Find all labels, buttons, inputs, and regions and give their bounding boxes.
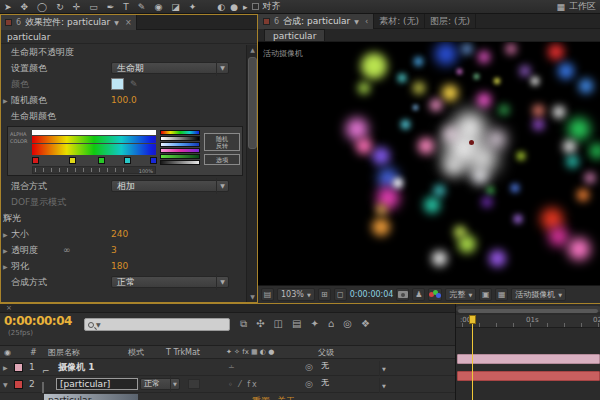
composition-viewport[interactable]: 活动摄像机 bbox=[258, 42, 600, 285]
gradient-preset-4[interactable] bbox=[160, 154, 200, 159]
scroll-up-icon[interactable]: ▲ bbox=[247, 45, 258, 55]
label-color-swatch[interactable] bbox=[14, 363, 23, 372]
eyedropper-icon[interactable]: ✎ bbox=[130, 76, 138, 92]
gradient-alpha-bar[interactable] bbox=[32, 130, 156, 135]
gradient-preset-1[interactable] bbox=[160, 136, 200, 141]
effect-reset-link[interactable]: 重置 bbox=[252, 393, 270, 400]
hand-tool-icon[interactable]: ✥ bbox=[21, 1, 29, 13]
timeline-icon-6[interactable]: ◎ bbox=[343, 318, 352, 330]
snap-icon-2[interactable]: ▸ bbox=[243, 1, 248, 13]
clone-stamp-tool-icon[interactable]: ◉ bbox=[154, 1, 162, 13]
parent-dropdown[interactable]: 无▼ bbox=[318, 378, 388, 390]
time-navigator[interactable] bbox=[456, 306, 600, 312]
tab-menu-caret-icon[interactable]: ▼ bbox=[354, 18, 359, 25]
pan-behind-tool-icon[interactable]: ✛ bbox=[73, 1, 81, 13]
gradient-stop[interactable] bbox=[32, 157, 39, 164]
timeline-icon-4[interactable]: ✦ bbox=[310, 318, 318, 330]
show-snapshot-icon[interactable]: ♟ bbox=[412, 288, 425, 301]
snap-checkbox[interactable] bbox=[252, 3, 259, 10]
layer-name[interactable]: 摄像机 1 bbox=[58, 359, 94, 376]
layer-duration-bar-2[interactable] bbox=[457, 371, 600, 381]
orbit-camera-tool-icon[interactable]: ↻ bbox=[56, 1, 64, 13]
shape-tool-icon[interactable]: ▭ bbox=[89, 1, 98, 13]
brush-tool-icon[interactable]: ✎ bbox=[138, 1, 146, 13]
parent-pickwhip-icon[interactable]: ◎ bbox=[305, 359, 313, 376]
parent-dropdown[interactable]: 无▼ bbox=[318, 361, 388, 373]
effect-name-selected[interactable]: particular bbox=[44, 394, 138, 400]
zoom-tool-icon[interactable]: ◯ bbox=[37, 1, 47, 13]
current-time-indicator[interactable] bbox=[472, 315, 473, 400]
pen-tool-icon[interactable]: ✒ bbox=[107, 1, 115, 13]
selection-tool-icon[interactable]: ➤ bbox=[4, 1, 12, 13]
snap-icon-1[interactable]: ● bbox=[230, 1, 238, 13]
gradient-stop[interactable] bbox=[150, 157, 157, 164]
timeline-icon-1[interactable]: ✣ bbox=[256, 318, 264, 330]
timeline-tab-close-icon[interactable]: × bbox=[6, 304, 12, 312]
mask-visibility-icon[interactable]: ◻ bbox=[334, 288, 347, 301]
magnification-dropdown[interactable]: 103% ▼ bbox=[277, 288, 315, 301]
layer-duration-bar-1[interactable] bbox=[457, 354, 600, 364]
gradient-stop[interactable] bbox=[69, 157, 76, 164]
property-value[interactable]: 3 bbox=[111, 242, 117, 258]
tab-menu-caret-icon[interactable]: ▼ bbox=[114, 19, 119, 26]
timeline-icon-0[interactable]: ⧉ bbox=[240, 318, 247, 330]
timeline-search-input[interactable]: ▼ bbox=[84, 318, 230, 331]
gradient-stop[interactable] bbox=[98, 157, 105, 164]
gradient-preset-0[interactable] bbox=[160, 130, 200, 135]
gradient-preset-2[interactable] bbox=[160, 142, 200, 147]
tab-close-icon[interactable]: × bbox=[125, 18, 132, 27]
workspace-label[interactable]: 工作区 bbox=[569, 0, 596, 13]
gradient-main-bar[interactable] bbox=[32, 144, 156, 155]
parent-header[interactable]: 父级 bbox=[318, 346, 334, 359]
expander-icon[interactable]: ▶ bbox=[3, 359, 8, 376]
guides-icon[interactable]: ⊞ bbox=[318, 288, 331, 301]
comp-mini-tab[interactable]: particular bbox=[264, 29, 325, 41]
scroll-down-icon[interactable]: ▼ bbox=[247, 292, 258, 302]
gradient-preset-5[interactable] bbox=[160, 160, 200, 165]
expander-icon[interactable]: ▼ bbox=[32, 393, 37, 400]
gradient-options-button[interactable]: 选项 bbox=[204, 154, 240, 165]
property-value[interactable]: 100.0 bbox=[111, 92, 137, 108]
text-tool-icon[interactable]: T bbox=[123, 1, 129, 13]
viewer-timecode[interactable]: 0:00:00:04 bbox=[350, 290, 394, 299]
snapshot-camera-icon[interactable] bbox=[396, 288, 409, 301]
track-area[interactable]: :00s01s02s bbox=[455, 304, 600, 400]
scrollbar-thumb[interactable] bbox=[248, 57, 257, 149]
expander-icon[interactable]: ▼ bbox=[3, 376, 8, 393]
twirl-icon[interactable]: ▶ bbox=[3, 93, 8, 109]
mode-header[interactable]: 模式 bbox=[128, 346, 144, 359]
show-channels-icon[interactable] bbox=[428, 288, 442, 301]
region-of-interest-icon[interactable]: ▣ bbox=[479, 288, 492, 301]
puppet-pin-tool-icon[interactable]: ✦ bbox=[189, 1, 197, 13]
parent-pickwhip-icon[interactable]: ◎ bbox=[305, 376, 313, 393]
current-timecode[interactable]: 0:00:00:04 bbox=[4, 314, 72, 328]
viewer-tab-0[interactable]: 6合成: particular▼‹ bbox=[258, 14, 374, 29]
effect-panel-scrollbar[interactable]: ▲ ▼ bbox=[246, 45, 257, 302]
effect-name-header[interactable]: particular bbox=[1, 30, 257, 44]
always-preview-icon[interactable]: ▤ bbox=[261, 288, 274, 301]
property-value[interactable]: 180 bbox=[111, 258, 128, 274]
gradient-stop[interactable] bbox=[124, 157, 131, 164]
color-swatch[interactable] bbox=[111, 78, 124, 90]
layer-name-header[interactable]: 图层名称 bbox=[48, 346, 80, 359]
timeline-icon-5[interactable]: ⌂ bbox=[328, 318, 334, 330]
snap-icon-0[interactable]: ◐ bbox=[217, 1, 225, 13]
resolution-dropdown[interactable]: 完整 ▼ bbox=[445, 288, 476, 301]
property-dropdown[interactable]: 相加▼ bbox=[111, 180, 229, 192]
gradient-rgb-bar[interactable] bbox=[32, 136, 156, 143]
color-over-life-gradient[interactable]: ALPHACOLOR100%随机反转选项 bbox=[7, 126, 243, 176]
gradient-randomize-button[interactable]: 随机反转 bbox=[204, 133, 240, 151]
effect-controls-tab[interactable]: 6 效果控件: particular ▼ × bbox=[1, 15, 137, 30]
property-dropdown[interactable]: 生命期▼ bbox=[111, 62, 229, 74]
timeline-icon-7[interactable]: ❖ bbox=[361, 318, 370, 330]
timeline-icon-2[interactable]: ◫ bbox=[274, 318, 283, 330]
layer-switches[interactable]: ◦ ⁄ fx bbox=[228, 376, 259, 393]
twirl-icon[interactable]: ▶ bbox=[3, 227, 8, 243]
eraser-tool-icon[interactable]: ◪ bbox=[171, 1, 180, 13]
gradient-preset-3[interactable] bbox=[160, 148, 200, 153]
tab-prev-icon[interactable]: ‹ bbox=[365, 17, 368, 26]
view-camera-dropdown[interactable]: 活动摄像机 ▼ bbox=[511, 288, 566, 301]
viewer-tab-1[interactable]: 素材: (无) bbox=[374, 14, 425, 29]
time-ruler[interactable]: :00s01s02s bbox=[456, 315, 600, 328]
mode-dropdown[interactable]: 正常▼ bbox=[140, 378, 180, 390]
